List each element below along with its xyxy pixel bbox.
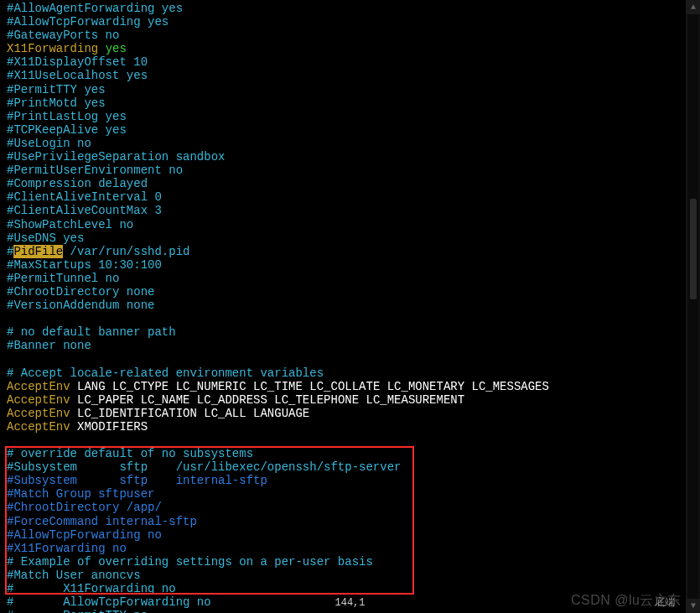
scroll-down-button[interactable]: ▼ xyxy=(687,599,700,613)
text-segment: #Subsystem sftp /usr/libexec/openssh/sft… xyxy=(7,460,401,474)
scroll-thumb[interactable] xyxy=(690,199,697,299)
text-segment: #MaxStartups 10:30:100 xyxy=(7,258,162,272)
text-segment: #Banner none xyxy=(7,339,91,352)
terminal-output[interactable]: #AllowAgentForwarding yes#AllowTcpForwar… xyxy=(0,0,700,613)
config-line: AcceptEnv LC_PAPER LC_NAME LC_ADDRESS LC… xyxy=(7,393,693,407)
text-segment: #AllowAgentForwarding yes xyxy=(7,2,183,15)
config-line: #Compression delayed xyxy=(7,177,693,190)
config-line: #ChrootDirectory /app/ xyxy=(7,501,693,514)
config-line: #ForceCommand internal-sftp xyxy=(7,515,693,528)
config-line: #PrintMotd yes xyxy=(7,96,693,110)
config-line: #UseLogin no xyxy=(7,137,693,150)
text-segment: #PermitTunnel no xyxy=(7,272,119,285)
text-segment: #TCPKeepAlive yes xyxy=(7,123,127,137)
text-segment: #VersionAddendum none xyxy=(7,299,154,312)
text-segment: #X11UseLocalhost yes xyxy=(7,69,148,82)
text-segment: X11Forwarding xyxy=(7,42,106,55)
config-line: #Banner none xyxy=(7,339,693,352)
config-line: # X11Forwarding no xyxy=(7,582,693,595)
text-segment: # X11Forwarding no xyxy=(7,582,176,595)
config-line: #VersionAddendum none xyxy=(7,299,693,312)
config-line: #PrintLastLog yes xyxy=(7,110,693,123)
text-segment: #AllowTcpForwarding no xyxy=(7,528,162,542)
config-line: #X11Forwarding no xyxy=(7,542,693,555)
config-line: #PermitTunnel no xyxy=(7,272,693,285)
text-segment: AcceptEnv xyxy=(7,407,70,420)
config-line: #X11DisplayOffset 10 xyxy=(7,55,693,69)
config-line: #PermitTTY yes xyxy=(7,83,693,96)
config-line: #UseDNS yes xyxy=(7,231,693,245)
config-line: AcceptEnv XMODIFIERS xyxy=(7,420,693,434)
text-segment: #GatewayPorts no xyxy=(7,29,119,42)
config-line: # Example of overriding settings on a pe… xyxy=(7,555,693,569)
text-segment: yes xyxy=(106,42,127,55)
config-line: #Subsystem sftp /usr/libexec/openssh/sft… xyxy=(7,460,693,474)
config-line: #AllowTcpForwarding no xyxy=(7,528,693,542)
config-line: # no default banner path xyxy=(7,325,693,339)
config-line: #GatewayPorts no xyxy=(7,29,693,42)
config-line: #ClientAliveCountMax 3 xyxy=(7,204,693,217)
text-segment: #ClientAliveInterval 0 xyxy=(7,190,162,204)
text-segment: AcceptEnv xyxy=(7,420,70,434)
text-segment: /var/run/sshd.pid xyxy=(63,245,189,258)
text-segment: #ClientAliveCountMax 3 xyxy=(7,204,162,217)
text-segment: #PermitTTY yes xyxy=(7,83,106,96)
config-line: #Match User anoncvs xyxy=(7,569,693,582)
text-segment: LC_IDENTIFICATION LC_ALL LANGUAGE xyxy=(70,407,310,420)
text-segment: #PermitUserEnvironment no xyxy=(7,164,183,177)
config-line: AcceptEnv LANG LC_CTYPE LC_NUMERIC LC_TI… xyxy=(7,380,693,393)
text-segment: # PermitTTY no xyxy=(7,609,148,613)
text-segment: #PrintLastLog yes xyxy=(7,110,127,123)
config-line: #X11UseLocalhost yes xyxy=(7,69,693,82)
text-segment: # override default of no subsystems xyxy=(7,447,253,460)
config-line: #PidFile /var/run/sshd.pid xyxy=(7,245,693,258)
text-segment: #Compression delayed xyxy=(7,177,148,190)
text-segment: LANG LC_CTYPE LC_NUMERIC LC_TIME LC_COLL… xyxy=(70,380,549,393)
text-segment: #Match User anoncvs xyxy=(7,569,141,582)
text-segment: AcceptEnv xyxy=(7,380,70,393)
text-segment: # Accept locale-related environment vari… xyxy=(7,366,324,380)
config-line: #PermitUserEnvironment no xyxy=(7,164,693,177)
config-line: #AllowTcpForwarding yes xyxy=(7,15,693,29)
cursor-position-indicator: 144,1 xyxy=(334,598,365,610)
text-segment: #Subsystem sftp internal-sftp xyxy=(7,474,267,487)
config-line: # Accept locale-related environment vari… xyxy=(7,366,693,380)
text-segment: #UseDNS yes xyxy=(7,231,84,245)
text-segment: LC_PAPER LC_NAME LC_ADDRESS LC_TELEPHONE… xyxy=(70,393,464,407)
text-segment: # Example of overriding settings on a pe… xyxy=(7,555,373,569)
search-match: PidFile xyxy=(13,245,63,258)
config-line: #TCPKeepAlive yes xyxy=(7,123,693,137)
text-segment: #ChrootDirectory /app/ xyxy=(7,501,162,514)
scroll-track[interactable] xyxy=(688,14,698,599)
text-segment: #UsePrivilegeSeparation sandbox xyxy=(7,150,225,164)
text-segment: AcceptEnv xyxy=(7,393,70,407)
config-line: #MaxStartups 10:30:100 xyxy=(7,258,693,272)
config-line: #ChrootDirectory none xyxy=(7,285,693,299)
text-segment: #X11DisplayOffset 10 xyxy=(7,55,148,69)
config-line: #ShowPatchLevel no xyxy=(7,218,693,231)
text-segment: #ShowPatchLevel no xyxy=(7,218,133,231)
text-segment: #PrintMotd yes xyxy=(7,96,106,110)
scroll-position-label: 底端 xyxy=(655,598,675,610)
text-segment: #X11Forwarding no xyxy=(7,542,127,555)
config-line: AcceptEnv LC_IDENTIFICATION LC_ALL LANGU… xyxy=(7,407,693,420)
config-line: #Match Group sftpuser xyxy=(7,487,693,501)
text-segment: #AllowTcpForwarding yes xyxy=(7,15,169,29)
config-line: #ClientAliveInterval 0 xyxy=(7,190,693,204)
config-line xyxy=(7,352,693,366)
config-line: #Subsystem sftp internal-sftp xyxy=(7,474,693,487)
config-line xyxy=(7,312,693,325)
text-segment: #Match Group sftpuser xyxy=(7,487,154,501)
text-segment: XMODIFIERS xyxy=(70,420,148,434)
text-segment: # no default banner path xyxy=(7,325,176,339)
config-line: #UsePrivilegeSeparation sandbox xyxy=(7,150,693,164)
config-line: #AllowAgentForwarding yes xyxy=(7,2,693,15)
text-segment: #ForceCommand internal-sftp xyxy=(7,515,197,528)
text-segment: # AllowTcpForwarding no xyxy=(7,595,211,609)
text-segment: #ChrootDirectory none xyxy=(7,285,154,299)
vertical-scrollbar[interactable]: ▲ ▼ xyxy=(686,0,700,613)
config-line xyxy=(7,434,693,447)
config-line: # override default of no subsystems xyxy=(7,447,693,460)
scroll-up-button[interactable]: ▲ xyxy=(687,0,700,14)
config-line: X11Forwarding yes xyxy=(7,42,693,55)
